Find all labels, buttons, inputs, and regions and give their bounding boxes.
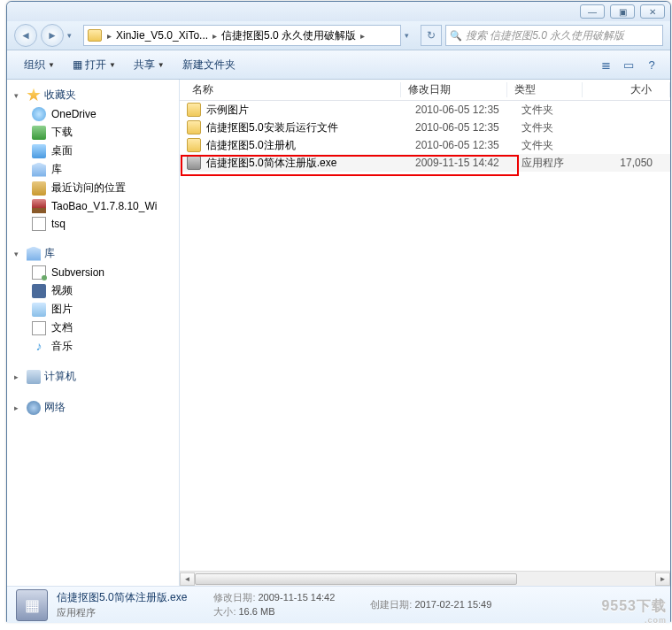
close-button[interactable]: ✕ bbox=[640, 4, 665, 19]
sidebar-item-tsq[interactable]: tsq bbox=[7, 215, 179, 233]
maximize-button[interactable]: ▣ bbox=[610, 4, 635, 19]
organize-menu[interactable]: 组织 ▼ bbox=[16, 54, 63, 76]
sidebar-network-header[interactable]: ▸ 网络 bbox=[7, 397, 179, 418]
sidebar-item-onedrive[interactable]: OneDrive bbox=[7, 105, 179, 123]
address-bar-row: ◄ ► ▾ ▸ XinJie_V5.0_XiTo... ▸ 信捷抠图5.0 永久… bbox=[7, 21, 670, 50]
search-input[interactable]: 🔍 搜索 信捷抠图5.0 永久使用破解版 bbox=[445, 25, 663, 46]
refresh-button[interactable]: ↻ bbox=[421, 25, 442, 46]
archive-icon bbox=[32, 199, 46, 213]
file-date: 2010-06-05 12:35 bbox=[415, 121, 521, 134]
sidebar-item-label: 图片 bbox=[51, 302, 73, 317]
sidebar-item-downloads[interactable]: 下载 bbox=[7, 123, 179, 142]
details-created-value: 2017-02-21 15:49 bbox=[414, 599, 491, 610]
sidebar-item-music[interactable]: ♪音乐 bbox=[7, 337, 179, 356]
sidebar-item-taobao[interactable]: TaoBao_V1.7.8.10_Wi bbox=[7, 197, 179, 215]
file-row[interactable]: 信捷抠图5.0注册机 2010-06-05 12:35 文件夹 bbox=[180, 136, 670, 154]
share-menu[interactable]: 共享 ▼ bbox=[126, 54, 173, 76]
toolbar: 组织 ▼ ▦ 打开 ▼ 共享 ▼ 新建文件夹 ≣ ▭ ? bbox=[7, 50, 670, 80]
recent-icon bbox=[32, 181, 46, 196]
file-row[interactable]: 信捷抠图5.0简体注册版.exe 2009-11-15 14:42 应用程序 1… bbox=[180, 154, 670, 172]
sidebar-item-documents[interactable]: 文档 bbox=[7, 319, 179, 337]
column-type[interactable]: 类型 bbox=[507, 82, 583, 97]
star-icon bbox=[27, 88, 41, 103]
collapse-icon: ▾ bbox=[14, 91, 23, 100]
back-button[interactable]: ◄ bbox=[14, 24, 37, 47]
scroll-thumb[interactable] bbox=[195, 573, 517, 585]
column-headers: 名称 修改日期 类型 大小 bbox=[180, 80, 670, 101]
details-mod-label: 修改日期: bbox=[213, 592, 255, 603]
sidebar-item-label: 桌面 bbox=[51, 143, 73, 158]
share-label: 共享 bbox=[134, 58, 155, 73]
scroll-right-button[interactable]: ► bbox=[655, 572, 670, 586]
preview-pane-button[interactable]: ▭ bbox=[619, 55, 638, 74]
sidebar-item-subversion[interactable]: Subversion bbox=[7, 264, 179, 281]
computer-label: 计算机 bbox=[44, 369, 76, 384]
file-type: 文件夹 bbox=[521, 103, 597, 118]
music-icon: ♪ bbox=[32, 340, 46, 354]
file-list-pane: 名称 修改日期 类型 大小 示例图片 2010-06-05 12:35 文件夹 … bbox=[180, 80, 670, 586]
file-row[interactable]: 示例图片 2010-06-05 12:35 文件夹 bbox=[180, 101, 670, 119]
help-button[interactable]: ? bbox=[642, 55, 661, 74]
folder-icon bbox=[187, 138, 201, 152]
crumb-1[interactable]: XinJie_V5.0_XiTo... bbox=[113, 29, 211, 42]
computer-icon bbox=[27, 370, 41, 384]
sidebar-item-label: 库 bbox=[51, 162, 62, 177]
file-type: 应用程序 bbox=[521, 156, 597, 171]
forward-button[interactable]: ► bbox=[41, 24, 64, 47]
search-icon: 🔍 bbox=[450, 30, 462, 42]
sidebar-item-label: 下载 bbox=[51, 125, 73, 140]
history-dropdown[interactable]: ▾ bbox=[67, 24, 80, 47]
library-icon bbox=[27, 247, 41, 261]
breadcrumb-dropdown[interactable]: ▾ bbox=[405, 24, 417, 47]
file-list[interactable]: 示例图片 2010-06-05 12:35 文件夹 信捷抠图5.0安装后运行文件… bbox=[180, 101, 670, 571]
sidebar-item-label: TaoBao_V1.7.8.10_Wi bbox=[51, 200, 157, 212]
sidebar-item-pictures[interactable]: 图片 bbox=[7, 300, 179, 319]
sidebar-item-label: 音乐 bbox=[51, 339, 73, 354]
chevron-down-icon: ▼ bbox=[158, 61, 165, 69]
details-filename: 信捷抠图5.0简体注册版.exe bbox=[57, 590, 187, 605]
new-folder-button[interactable]: 新建文件夹 bbox=[174, 54, 243, 76]
sidebar-computer-header[interactable]: ▸ 计算机 bbox=[7, 366, 179, 387]
sidebar-item-label: 文档 bbox=[51, 320, 73, 335]
file-type: 文件夹 bbox=[521, 138, 597, 153]
column-date[interactable]: 修改日期 bbox=[401, 82, 507, 97]
sidebar-item-label: 视频 bbox=[51, 283, 73, 298]
download-icon bbox=[32, 126, 46, 140]
expand-icon: ▸ bbox=[14, 403, 23, 412]
sidebar-item-desktop[interactable]: 桌面 bbox=[7, 142, 179, 160]
file-row[interactable]: 信捷抠图5.0安装后运行文件 2010-06-05 12:35 文件夹 bbox=[180, 119, 670, 136]
picture-icon bbox=[32, 303, 46, 317]
sidebar-item-label: tsq bbox=[51, 218, 66, 230]
sidebar-item-recent[interactable]: 最近访问的位置 bbox=[7, 179, 179, 197]
details-filetype: 应用程序 bbox=[57, 606, 187, 619]
search-placeholder: 搜索 信捷抠图5.0 永久使用破解版 bbox=[466, 28, 659, 43]
cloud-icon bbox=[32, 107, 46, 121]
sidebar-item-libraries[interactable]: 库 bbox=[7, 160, 179, 179]
scroll-left-button[interactable]: ◄ bbox=[180, 572, 195, 586]
desktop-icon bbox=[32, 144, 46, 158]
exe-large-icon: ▦ bbox=[16, 589, 48, 621]
file-name: 信捷抠图5.0注册机 bbox=[206, 138, 415, 153]
breadcrumb[interactable]: ▸ XinJie_V5.0_XiTo... ▸ 信捷抠图5.0 永久使用破解版 … bbox=[83, 25, 401, 46]
expand-icon: ▸ bbox=[14, 373, 23, 381]
sidebar-item-label: OneDrive bbox=[51, 108, 97, 120]
details-created-label: 创建日期: bbox=[370, 599, 412, 610]
library-icon bbox=[32, 163, 46, 177]
column-size[interactable]: 大小 bbox=[583, 82, 670, 97]
horizontal-scrollbar[interactable]: ◄ ► bbox=[180, 571, 670, 586]
chevron-down-icon: ▼ bbox=[48, 61, 55, 69]
open-button[interactable]: ▦ 打开 ▼ bbox=[65, 54, 124, 76]
view-options-button[interactable]: ≣ bbox=[596, 55, 615, 74]
folder-icon bbox=[187, 120, 201, 134]
minimize-button[interactable]: — bbox=[580, 4, 605, 19]
crumb-2[interactable]: 信捷抠图5.0 永久使用破解版 bbox=[219, 28, 359, 43]
sidebar-favorites-header[interactable]: ▾ 收藏夹 bbox=[7, 85, 179, 105]
watermark-sub: .com bbox=[601, 616, 667, 625]
scroll-track[interactable] bbox=[195, 572, 655, 586]
sidebar-item-videos[interactable]: 视频 bbox=[7, 281, 179, 300]
sidebar-libraries-header[interactable]: ▾ 库 bbox=[7, 243, 179, 264]
details-size-value: 16.6 MB bbox=[239, 606, 275, 617]
column-name[interactable]: 名称 bbox=[180, 82, 401, 97]
favorites-label: 收藏夹 bbox=[44, 88, 76, 103]
file-name: 信捷抠图5.0安装后运行文件 bbox=[206, 120, 415, 135]
